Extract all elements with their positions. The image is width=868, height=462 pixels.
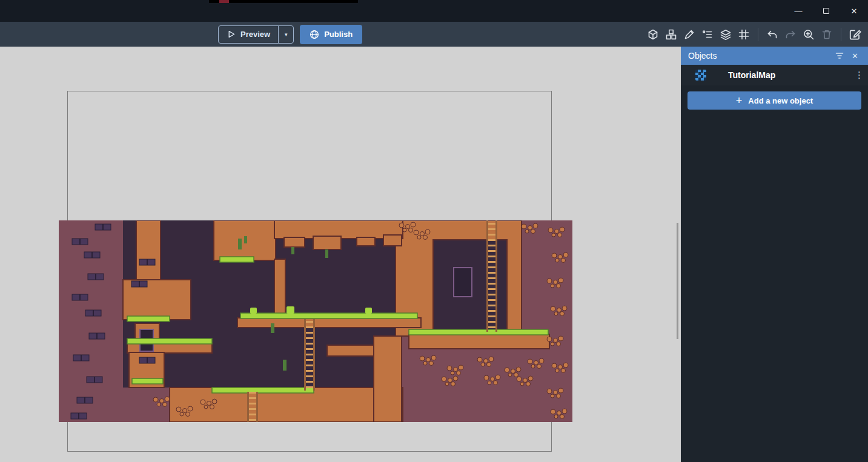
plus-icon: + xyxy=(736,95,743,106)
edit-note-icon xyxy=(849,28,862,41)
minimize-button[interactable]: — xyxy=(784,0,812,22)
edit-mode-button[interactable] xyxy=(681,27,697,42)
close-icon: ✕ xyxy=(851,7,858,16)
objects-panel-button[interactable] xyxy=(663,27,679,42)
objects-filter-button[interactable] xyxy=(831,51,848,61)
tilemap-instance[interactable] xyxy=(59,220,572,422)
canvas-scrollbar[interactable] xyxy=(677,223,678,339)
scene-3d-view-button[interactable] xyxy=(645,27,661,42)
window-top-strip xyxy=(209,0,358,3)
preview-split-button: Preview ▾ xyxy=(218,25,294,44)
tilemap-object-icon xyxy=(695,70,706,81)
delete-button[interactable] xyxy=(819,27,835,42)
zoom-button[interactable] xyxy=(801,27,817,42)
minimize-icon: — xyxy=(795,7,803,16)
scene-canvas[interactable] xyxy=(0,47,681,462)
object-item-tutorialmap[interactable]: TutorialMap ⋮ xyxy=(681,65,868,85)
toolbar-separator xyxy=(841,28,841,41)
chevron-down-icon: ▾ xyxy=(285,31,288,38)
toolbar: Preview ▾ Publish xyxy=(0,22,868,47)
preview-button[interactable]: Preview xyxy=(219,26,278,43)
grid-button[interactable] xyxy=(736,27,752,42)
layers-button[interactable] xyxy=(718,27,734,42)
filter-icon xyxy=(835,51,844,61)
window-controls: — ✕ xyxy=(784,0,868,22)
undo-button[interactable] xyxy=(764,27,780,42)
objects-panel-title: Objects xyxy=(687,51,831,61)
app-window: — ✕ Preview ▾ xyxy=(0,0,868,462)
kebab-icon: ⋮ xyxy=(855,70,864,80)
toolbar-separator xyxy=(758,28,758,41)
object-menu-button[interactable]: ⋮ xyxy=(851,69,863,81)
publish-button-label: Publish xyxy=(324,30,353,39)
objects-panel: Objects ✕ TutorialMap ⋮ + Ad xyxy=(681,47,868,462)
window-top-strip-accent xyxy=(219,0,229,3)
redo-button[interactable] xyxy=(783,27,798,42)
object-item-label: TutorialMap xyxy=(728,70,775,80)
maximize-icon xyxy=(823,8,829,14)
toolbar-center: Preview ▾ Publish xyxy=(218,22,362,47)
maximize-button[interactable] xyxy=(812,0,840,22)
toolbar-right-icons xyxy=(645,22,863,47)
preview-dropdown-button[interactable]: ▾ xyxy=(278,26,293,43)
cube-icon xyxy=(647,28,659,41)
close-button[interactable]: ✕ xyxy=(840,0,868,22)
instances-list-button[interactable] xyxy=(700,27,715,42)
redo-icon xyxy=(784,28,797,41)
layers-icon xyxy=(720,28,732,41)
play-icon xyxy=(227,30,236,39)
add-object-button[interactable]: + Add a new object xyxy=(687,91,861,110)
objects-cluster-icon xyxy=(665,28,677,41)
titlebar: — ✕ xyxy=(0,0,868,22)
close-icon: ✕ xyxy=(852,51,858,61)
globe-icon xyxy=(310,30,319,39)
objects-panel-header: Objects ✕ xyxy=(681,47,868,65)
objects-panel-close-button[interactable]: ✕ xyxy=(848,51,862,61)
publish-button[interactable]: Publish xyxy=(300,25,362,44)
trash-icon xyxy=(821,28,833,41)
preview-button-label: Preview xyxy=(240,30,270,39)
instances-list-icon xyxy=(701,28,714,41)
undo-icon xyxy=(766,28,778,41)
add-object-button-label: Add a new object xyxy=(748,96,813,105)
edit-scene-properties-button[interactable] xyxy=(847,27,863,42)
grid-icon xyxy=(738,28,750,41)
zoom-in-icon xyxy=(803,28,815,41)
pencil-icon xyxy=(683,28,695,41)
main-area: Objects ✕ TutorialMap ⋮ + Ad xyxy=(0,47,868,462)
